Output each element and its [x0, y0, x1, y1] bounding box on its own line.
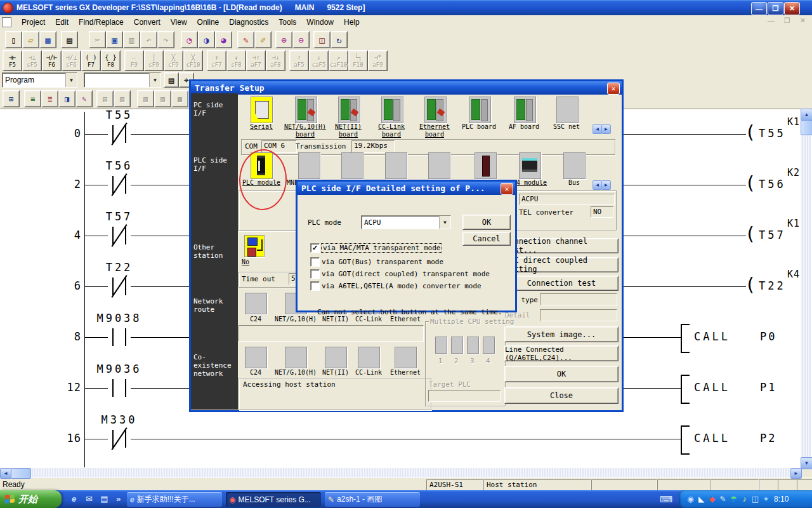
scroll-down-icon[interactable]: ▼	[801, 457, 812, 469]
pc-if-label[interactable]: Serial	[239, 123, 284, 131]
pc-if-label[interactable]: NET/G,10(H) board	[283, 123, 327, 138]
checkbox-mac-mta[interactable]: ✓	[310, 243, 320, 253]
keyboard-layout-icon[interactable]: ⌨	[660, 494, 672, 504]
transfer-close-button[interactable]: Close	[504, 387, 619, 404]
pc-if-ssc-net[interactable]	[556, 97, 579, 123]
show-desktop-icon[interactable]: ▤	[99, 493, 110, 505]
input-arrow-icon[interactable]: ◣	[696, 495, 707, 504]
detail-ok-button[interactable]: OK	[462, 215, 511, 230]
vertical-scroll-thumb[interactable]	[801, 120, 812, 135]
pc-if-af-board[interactable]	[514, 97, 536, 123]
connection-channel-list-button[interactable]: Connection channel list...	[504, 238, 619, 253]
plc-if-cclink[interactable]	[385, 152, 407, 179]
checkbox-label-a6tel[interactable]: via A6TEL,Q6TEL(A mode) converter mode	[322, 282, 481, 290]
nc-contact[interactable]	[108, 277, 131, 295]
plc-if-mnetg10h[interactable]	[298, 152, 320, 179]
pc-if-label[interactable]: SSC net	[544, 123, 589, 131]
fkey-cF9[interactable]: ╳cF9	[164, 50, 183, 71]
checkbox-label-got-bus[interactable]: via GOT(Bus) transparent mode	[322, 258, 443, 266]
start-button[interactable]: 开始	[0, 490, 62, 508]
other-station-no-icon[interactable]	[244, 235, 265, 257]
find-contact-button[interactable]: ◨	[58, 90, 75, 107]
instruction-list-button[interactable]: ≣	[41, 90, 58, 107]
other-station-no-label[interactable]: No	[240, 258, 261, 266]
coex-net2[interactable]	[325, 347, 347, 368]
more-chevron-icon[interactable]: »	[113, 493, 124, 505]
write-mode-button[interactable]: ✎	[237, 31, 254, 48]
device-test-button-3[interactable]: ▩	[171, 90, 188, 107]
volume-icon[interactable]: ♪	[739, 495, 750, 504]
plc-if-g4-module[interactable]	[519, 152, 541, 179]
nc-contact[interactable]	[108, 430, 131, 448]
task-melsoft[interactable]: ◉ MELSOFT series G...	[226, 492, 321, 507]
open-button[interactable]: ▱	[22, 31, 39, 48]
zoom-in-button[interactable]: ⊕	[275, 31, 292, 48]
horizontal-scroll-thumb[interactable]	[11, 468, 31, 479]
system-image-button[interactable]: System image...	[504, 326, 619, 342]
chevron-down-icon[interactable]: ▼	[439, 216, 450, 229]
menu-window[interactable]: Window	[301, 16, 339, 29]
pc-if-label[interactable]: PLC board	[457, 123, 501, 131]
tile-windows-button[interactable]: ◫	[313, 31, 331, 48]
target-cpu-3[interactable]	[467, 337, 479, 354]
fkey-F9[interactable]: —F9	[124, 50, 144, 71]
mdi-window-buttons[interactable]: — ❐ ✕	[768, 17, 809, 25]
menu-edit[interactable]: Edit	[50, 16, 74, 29]
target-cpu-1[interactable]	[435, 337, 447, 354]
network-icon[interactable]: ◫	[750, 495, 761, 504]
fkey-F10[interactable]: └┐F10	[348, 50, 368, 71]
fkey-aF7[interactable]: ⊣↑aF7	[246, 50, 266, 71]
fkey-F7[interactable]: ( )F7	[81, 50, 101, 71]
checkbox-label-mac-mta[interactable]: via MAC/MTA transparent mode	[322, 244, 442, 252]
minimize-button[interactable]: —	[751, 2, 767, 15]
plc-if-bus[interactable]	[563, 152, 586, 179]
fkey-caF10[interactable]: ↗caF10	[329, 50, 348, 71]
pc-if-label[interactable]: NET(II) board	[326, 123, 370, 138]
nc-contact[interactable]	[108, 125, 131, 143]
line-connected-button[interactable]: Line Connected (Q/A6TEL,C24)...	[504, 345, 619, 361]
device-test-button-2[interactable]: ▧	[154, 90, 171, 107]
coex-cclink[interactable]	[358, 347, 380, 368]
antivirus-icon[interactable]: ◆	[707, 495, 717, 504]
checkbox-label-got-direct[interactable]: via GOT(direct coupled) transparent mode	[322, 270, 490, 278]
coex-c24[interactable]	[245, 347, 267, 368]
target-cpu-2[interactable]	[451, 337, 463, 354]
find-instruction-button[interactable]: ◑	[198, 31, 215, 48]
scroll-up-icon[interactable]: ▲	[801, 109, 812, 121]
menu-convert[interactable]: Convert	[129, 16, 166, 29]
nc-contact[interactable]	[108, 176, 131, 194]
pc-if-label[interactable]: Ethernet board	[412, 123, 457, 138]
zoom-out-button[interactable]: ⊖	[292, 31, 310, 48]
ladder-view-button[interactable]: ≡	[24, 90, 41, 107]
print-button[interactable]: ▤	[61, 31, 78, 48]
plc-mode-combo[interactable]: ACPU ▼	[361, 215, 451, 229]
paste-button[interactable]: ▥	[123, 31, 140, 48]
pc-if-serial[interactable]	[251, 97, 273, 123]
vertical-scrollbar[interactable]	[801, 109, 811, 468]
checkbox-got-direct[interactable]	[310, 269, 320, 279]
checkbox-got-bus[interactable]	[310, 257, 320, 267]
pc-if-ethernet-board[interactable]	[424, 97, 447, 123]
pc-if-net2-board[interactable]	[338, 97, 360, 123]
menu-project[interactable]: Project	[16, 16, 50, 29]
accessibility-icon[interactable]: ◉	[685, 495, 696, 504]
plc-if-c24[interactable]	[475, 152, 497, 179]
program-combo[interactable]: Program ▼	[2, 72, 77, 88]
plc-if-mnet2[interactable]	[341, 152, 363, 179]
pc-if-label[interactable]: AF board	[502, 123, 546, 131]
fkey-sF6[interactable]: ⊣/⊥sF6	[62, 50, 81, 71]
scroll-left-icon[interactable]: ◄	[593, 124, 602, 134]
fkey-F6[interactable]: ⊣/⊢F6	[42, 50, 62, 71]
connection-test-button[interactable]: Connection test	[504, 276, 619, 291]
project-refresh-button[interactable]: ↻	[331, 31, 348, 48]
menu-diagnostics[interactable]: Diagnostics	[224, 16, 273, 29]
fkey-sF8[interactable]: ↡sF8	[226, 50, 246, 71]
pc-if-cclink-board[interactable]	[381, 97, 403, 123]
chevron-down-icon[interactable]: ▼	[65, 73, 77, 87]
restore-button[interactable]: ❐	[768, 2, 783, 15]
pc-if-netg10h-board[interactable]	[295, 97, 317, 123]
fkey-aF9[interactable]: ⊣*aF9	[368, 50, 388, 71]
fkey-aF5[interactable]: ↑aF5	[289, 50, 309, 71]
plc-if-label[interactable]: Bus	[552, 179, 596, 187]
fkey-caF5[interactable]: ↓caF5	[309, 50, 329, 71]
